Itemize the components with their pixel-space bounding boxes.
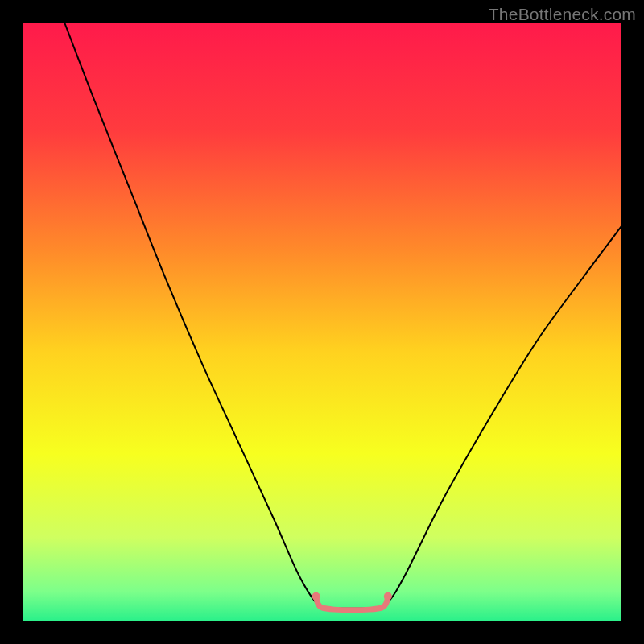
plot-area <box>23 23 621 621</box>
gradient-background <box>23 23 621 621</box>
optimal-right-endpoint <box>384 592 392 601</box>
optimal-left-endpoint <box>312 592 320 601</box>
chart-svg <box>23 23 621 621</box>
watermark-text: TheBottleneck.com <box>489 5 636 24</box>
chart-frame: TheBottleneck.com <box>0 0 644 644</box>
